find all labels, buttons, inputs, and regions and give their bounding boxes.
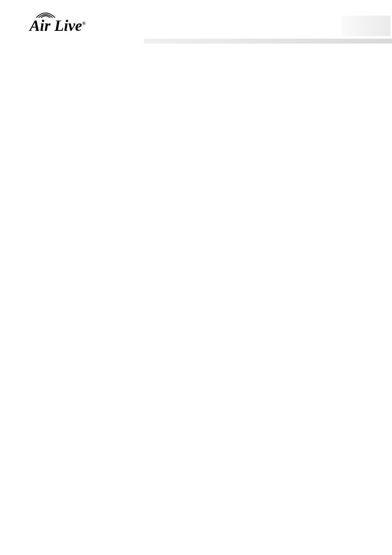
airlive-logo: Air Live® <box>30 16 86 35</box>
page-header: Air Live® <box>0 0 392 45</box>
header-gradient-side <box>341 16 390 36</box>
header-gradient-bar <box>144 39 392 44</box>
logo-reg: ® <box>82 21 86 26</box>
logo-text: Air Live <box>30 17 82 34</box>
logo-antenna-icon <box>34 11 58 18</box>
